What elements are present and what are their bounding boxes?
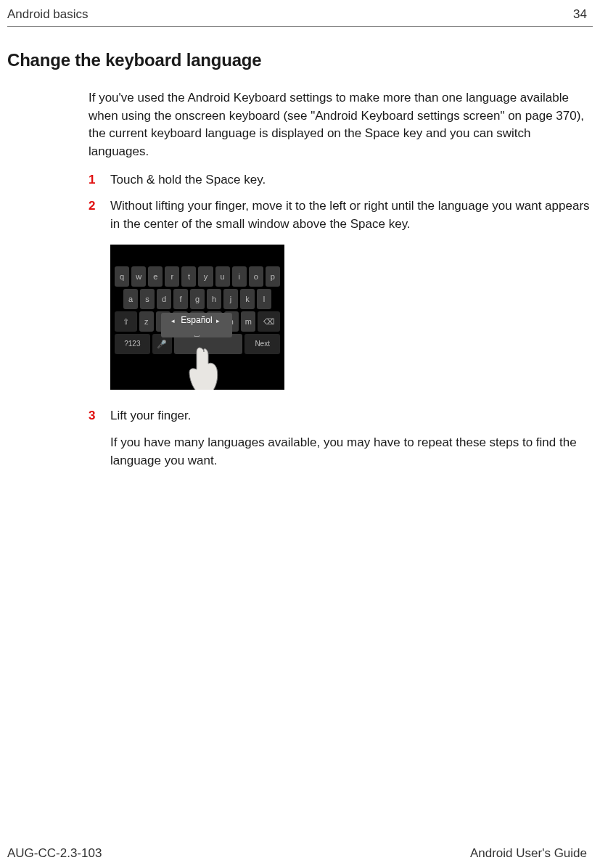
key-y: y	[198, 266, 213, 287]
step-1-text: Touch & hold the Space key.	[110, 171, 590, 189]
finger-pointer-icon	[179, 340, 223, 390]
step-1: 1 Touch & hold the Space key.	[89, 171, 590, 189]
header-page-number: 34	[573, 7, 587, 22]
key-i: i	[232, 266, 247, 287]
key-l: l	[257, 289, 271, 309]
key-s: s	[140, 289, 155, 309]
key-m: m	[241, 311, 255, 332]
key-next: Next	[244, 334, 280, 354]
footer-doc-id: AUG-CC-2.3-103	[7, 846, 102, 861]
step-3-number: 3	[89, 407, 106, 425]
key-a: a	[123, 289, 138, 309]
key-backspace: ⌫	[258, 311, 280, 332]
key-p: p	[266, 266, 280, 287]
step-2-text: Without lifting your finger, move it to …	[110, 197, 590, 233]
step-1-number: 1	[89, 171, 106, 189]
key-symbols: ?123	[115, 334, 150, 354]
intro-paragraph: If you've used the Android Keyboard sett…	[89, 89, 590, 161]
key-q: q	[115, 266, 129, 287]
key-o: o	[249, 266, 263, 287]
key-j: j	[223, 289, 238, 309]
page-header: Android basics 34	[0, 0, 600, 25]
keyboard-screenshot: q w e r t y u i o p a s d	[110, 245, 284, 390]
space-bar-icon: ⎵	[161, 327, 232, 340]
step-3-followup: If you have many languages available, yo…	[110, 434, 590, 470]
footer-guide-name: Android User's Guide	[470, 846, 587, 861]
step-2: 2 Without lifting your finger, move it t…	[89, 197, 590, 233]
section-title: Change the keyboard language	[7, 50, 593, 70]
step-2-number: 2	[89, 197, 106, 233]
header-section: Android basics	[7, 7, 89, 22]
language-popup: ◂ Español ▸ ⎵	[161, 313, 232, 337]
key-k: k	[240, 289, 255, 309]
key-u: u	[215, 266, 230, 287]
page-content: Change the keyboard language If you've u…	[0, 27, 600, 470]
step-3: 3 Lift your finger.	[89, 407, 590, 425]
key-r: r	[165, 266, 179, 287]
key-w: w	[131, 266, 146, 287]
keyboard-figure: q w e r t y u i o p a s d	[110, 245, 590, 390]
key-g: g	[190, 289, 205, 309]
key-z: z	[139, 311, 154, 332]
popup-language-label: Español	[181, 315, 212, 325]
key-shift: ⇧	[115, 311, 137, 332]
key-h: h	[207, 289, 221, 309]
key-t: t	[181, 266, 196, 287]
key-d: d	[157, 289, 171, 309]
step-3-text: Lift your finger.	[110, 407, 590, 425]
key-f: f	[173, 289, 188, 309]
page-footer: AUG-CC-2.3-103 Android User's Guide	[7, 846, 587, 861]
key-e: e	[148, 266, 163, 287]
